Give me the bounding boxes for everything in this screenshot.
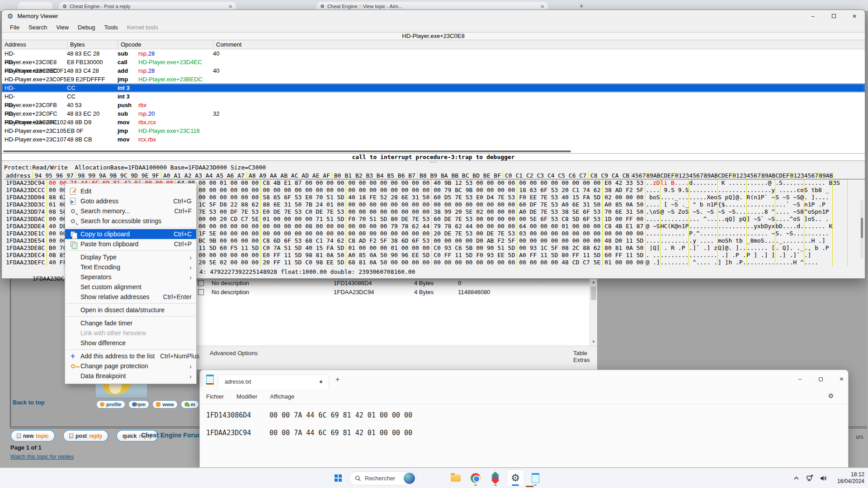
hex-bytes-group[interactable]: 58 65 6F 53 E0 70 51 5D: [261, 194, 346, 201]
weather-widget-icon[interactable]: [404, 473, 415, 484]
hex-bytes-group[interactable]: 48 D0 11 5D: [603, 237, 646, 244]
hex-bytes-group[interactable]: 79 78 62 44 00 00 00 00: [432, 223, 517, 230]
menu-item-search[interactable]: Search: [24, 24, 52, 31]
tab-close-icon[interactable]: ✕: [536, 4, 544, 9]
current-address-bar[interactable]: HD-Player.exe+23C0E8: [2, 32, 865, 40]
taskbar-clock[interactable]: 18:12 16/04/2024: [837, 471, 864, 485]
hex-bytes-group[interactable]: C8 4B E1 87: [603, 223, 646, 230]
scroll-down-icon[interactable]: ▼: [590, 338, 597, 346]
context-menu-item-link-with-other-hexview[interactable]: Link with other hexview: [65, 328, 196, 338]
start-button[interactable]: [329, 469, 347, 487]
hexview-scrollbar[interactable]: [860, 200, 863, 258]
context-menu-item-text-encoding[interactable]: Text Encoding›: [65, 262, 196, 272]
hex-bytes-group[interactable]: 60 DE 7E 53 00 00 00 00: [432, 216, 517, 223]
notepad-menu-modifier[interactable]: Modifier: [236, 393, 257, 400]
hex-bytes-group[interactable]: C0 FF 11 5D F0 93 EE 5D: [432, 252, 517, 259]
forum-button-profile[interactable]: profile: [96, 400, 125, 408]
context-menu-item-edit[interactable]: Edit: [65, 186, 196, 196]
context-menu-item-data-breakpoint[interactable]: Data Breakpoint›: [65, 371, 196, 381]
disassembly-row[interactable]: HD-Player.exe+23C0FBCCint 3: [2, 92, 865, 101]
hex-bytes-group[interactable]: 03 00 00 00 00 00 00 00: [517, 230, 603, 237]
disassembly-row[interactable]: HD-Player.exe+23C0ECE8 FB130000callHD-Pl…: [2, 58, 865, 66]
hex-bytes-group[interactable]: E0 42 33 53: [603, 179, 646, 187]
hex-bytes-group[interactable]: 00 00 00 00 00 00 00 00: [261, 187, 346, 194]
row-checkbox[interactable]: [198, 289, 204, 295]
maximize-button[interactable]: [811, 370, 831, 388]
hex-bytes-group[interactable]: 00 00 00 00 00 00 00 00: [346, 179, 432, 187]
minimize-button[interactable]: –: [790, 370, 810, 388]
context-menu-item-show-relative-addresses[interactable]: Show relative addressesCtrl+Enter: [65, 292, 196, 302]
hex-bytes-group[interactable]: 38 99 20 5E 02 00 00 00: [432, 208, 517, 216]
new-tab-button[interactable]: +: [580, 2, 583, 9]
hidden-icons-chevron[interactable]: [793, 474, 800, 482]
hex-bytes-group[interactable]: 80 81 0A 50: [603, 244, 646, 252]
hex-bytes-group[interactable]: 20 DE 7E 53 00 DE 7E 53: [432, 230, 517, 237]
notepad-menu-fichier[interactable]: Fichier: [206, 393, 224, 400]
hex-bytes-group[interactable]: C8 AD F2 5F 38 6D 6F 53: [346, 237, 432, 244]
hex-bytes-group[interactable]: A0 85 0A 50: [603, 201, 646, 208]
hex-bytes-group[interactable]: 00 00 00 00 00 00 00 00: [261, 230, 346, 237]
hex-bytes-group[interactable]: 1D 00 FF 00: [603, 216, 646, 223]
close-button[interactable]: ✕: [831, 370, 852, 388]
notepad-new-tab-button[interactable]: +: [335, 375, 340, 384]
table-extras-button[interactable]: Table Extras: [573, 350, 597, 363]
context-menu-item-copy-to-clipboard[interactable]: Copy to clipboardCtrl+C: [65, 229, 196, 239]
notepad-menu-affichage[interactable]: Affichage: [270, 393, 294, 400]
notepad-titlebar[interactable]: adresse.txt + – ✕: [200, 370, 848, 389]
scrollbar-thumb[interactable]: [3, 150, 571, 152]
hex-bytes-group[interactable]: 60 DF 7E 53 A0 6E 31 50: [517, 201, 603, 208]
menu-item-view[interactable]: View: [52, 24, 73, 31]
scrollbar-thumb[interactable]: [591, 286, 596, 300]
hex-bytes-group[interactable]: E0 DE 7E 53 C0 DE 7E 53: [261, 208, 346, 216]
memory-viewer-titlebar[interactable]: ⚙ Memory Viewer – ✕: [2, 10, 865, 22]
hex-bytes-group[interactable]: 64 00 00 00 01 00 00 00: [517, 223, 603, 230]
hex-bytes-group[interactable]: 00 00 00 00 00 00 00 00: [346, 201, 432, 208]
hex-bytes-group[interactable]: A0 FF 11 5D 80 FF 11 5D: [517, 252, 603, 259]
context-menu-item-change-fade-timer[interactable]: Change fade timer: [65, 318, 196, 328]
hex-bytes-group[interactable]: 70 6E 31 50: [603, 208, 646, 216]
hex-bytes-group[interactable]: F0 70 51 5D 80 DE 7E 53: [346, 216, 432, 223]
notepad-tab[interactable]: adresse.txt: [218, 374, 329, 389]
context-menu-item-search-memory-[interactable]: Search memory...Ctrl+F: [65, 206, 196, 216]
hex-bytes-group[interactable]: 01 00 00 00 01 00 00 00: [346, 244, 432, 252]
context-menu-item-search-for-accessible-strings[interactable]: Search for accessible strings: [65, 216, 196, 226]
context-menu-item-add-this-address-to-the-list[interactable]: +Add this address to the listCtrl+NumPlu…: [65, 351, 196, 361]
hex-bytes-group[interactable]: 60 FF 11 5D: [603, 252, 646, 259]
context-menu-item-paste-from-clipboard[interactable]: Paste from clipboardCtrl+P: [65, 239, 196, 249]
advanced-options-button[interactable]: Advanced Options: [210, 350, 258, 357]
hex-bytes-group[interactable]: 00 00 00 00 00 00 00 00: [346, 208, 432, 216]
watch-topic-link[interactable]: Watch this topic for replies: [10, 454, 74, 460]
hex-bytes-group[interactable]: A0 DE 7E 53 38 5E 6F 53: [517, 208, 603, 216]
forum-button-pm[interactable]: pm: [128, 400, 150, 408]
taskbar-search-input[interactable]: Rechercher: [349, 471, 417, 485]
minimize-button[interactable]: –: [802, 10, 823, 22]
context-menu-item-display-type[interactable]: Display Type›: [65, 252, 196, 262]
hex-bytes-group[interactable]: 01 00 00 00: [603, 259, 646, 266]
context-menu-item-set-custom-alignment[interactable]: Set custom alignment: [65, 282, 196, 292]
hex-bytes-group[interactable]: 88 6E 31 50 7B 24 01 00: [261, 201, 346, 208]
hex-bytes-group[interactable]: 38 AD F2 5F: [603, 187, 646, 194]
disassembly-row[interactable]: HD-Player.exe+23C105EB 0FjmpHD-Player.ex…: [2, 127, 865, 135]
disassembly-row[interactable]: HD-Player.exe+23C0FACCint 3: [2, 84, 865, 92]
hex-bytes-group[interactable]: C8 4B E1 87 00 00 00 00: [261, 179, 346, 187]
scrollbar-thumb[interactable]: [861, 218, 863, 238]
taskbar-cheat-engine[interactable]: ⚙: [506, 469, 524, 487]
disassembly-row[interactable]: HD-Player.exe+23C0E848 83 EC 28subrsp,28…: [2, 49, 865, 58]
volume-icon[interactable]: [820, 474, 827, 482]
hex-bytes-group[interactable]: A0 85 0A 50 90 96 EE 5D: [346, 252, 432, 259]
hex-bytes-group[interactable]: 00 00 00 00 00 00 00 00: [346, 230, 432, 237]
hex-bytes-group[interactable]: C8 6D 6F 53 68 C1 74 62: [261, 237, 346, 244]
hex-bytes-group[interactable]: E0 FF 11 5D 98 81 0A 50: [261, 252, 346, 259]
hex-bytes-group[interactable]: 00 00 00 00 00 00 00 00: [346, 187, 432, 194]
hex-bytes-group[interactable]: 00 00 00 00 08 00 00 00: [261, 223, 346, 230]
taskbar-bluestacks[interactable]: [486, 469, 505, 487]
disassembly-row[interactable]: HD-Player.exe+23C0FE48 83 EC 20subrsp,20…: [2, 109, 865, 118]
hex-bytes-group[interactable]: 00 00 00 00 79 78 62 44: [346, 223, 432, 230]
notepad-text-area[interactable]: 1FD143086D400 00 7A 44 6C 69 81 42 01 00…: [200, 404, 848, 437]
close-button[interactable]: ✕: [844, 10, 865, 22]
hex-bytes-group[interactable]: 00 79 BC 9B 00 00 00 00: [432, 187, 517, 194]
forum-button-newtopic[interactable]: newtopic: [10, 430, 55, 442]
hex-bytes-group[interactable]: 68 81 0A 50 00 00 00 00: [346, 259, 432, 266]
hex-bytes-group[interactable]: 00 00 00 00 D0 AB F2 5F: [432, 237, 517, 244]
hex-bytes-group[interactable]: 60 D5 7E 53 E0 D4 7E 53: [432, 194, 517, 201]
